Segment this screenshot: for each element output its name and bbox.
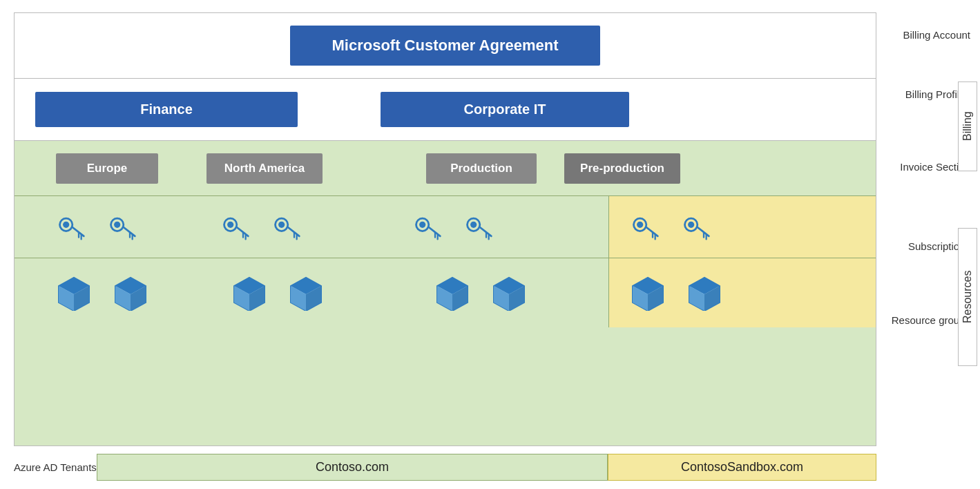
production-section: Production <box>426 153 537 184</box>
pre-production-resources <box>608 258 876 327</box>
sandbox-tenant: ContosoSandbox.com <box>608 454 876 481</box>
svg-point-36 <box>688 221 694 227</box>
mca-box: Microsoft Customer Agreement <box>290 26 599 66</box>
europe-section: Europe <box>56 153 158 184</box>
tenants-row: Azure AD Tenants Contoso.com ContosoSand… <box>14 452 876 482</box>
cube-icon-5 <box>434 275 470 311</box>
svg-point-6 <box>114 221 120 227</box>
key-icon-2 <box>107 212 137 242</box>
svg-point-21 <box>419 221 425 227</box>
invoice-sections-row: Europe North America Production Pre-prod… <box>15 141 876 196</box>
cube-icon-1 <box>56 275 92 311</box>
svg-point-11 <box>227 221 233 227</box>
billing-profiles-row: Finance Corporate IT <box>15 79 876 141</box>
production-subscription-icons <box>412 212 494 242</box>
cube-icon-7 <box>630 275 666 311</box>
pre-production-subscription-icons <box>630 212 711 242</box>
key-icon-4 <box>271 212 302 242</box>
key-icon-1 <box>56 212 86 242</box>
svg-point-26 <box>470 221 477 227</box>
europe-subscription-icons <box>56 212 137 242</box>
cube-icon-2 <box>113 275 148 311</box>
pre-production-resource-icons <box>630 275 722 311</box>
key-icon-3 <box>220 212 251 242</box>
resource-groups-green <box>15 258 608 327</box>
diagram-wrapper: Microsoft Customer Agreement Finance Cor… <box>0 0 980 489</box>
production-resource-icons <box>434 275 527 311</box>
cube-icon-8 <box>686 275 722 311</box>
cube-icon-3 <box>231 275 267 311</box>
europe-resource-icons <box>56 275 148 311</box>
cube-icon-4 <box>288 275 324 311</box>
resource-groups-row <box>15 258 876 327</box>
main-area: Microsoft Customer Agreement Finance Cor… <box>14 12 876 446</box>
cube-icon-6 <box>491 275 527 311</box>
pre-production-section: Pre-production <box>564 153 680 184</box>
key-icon-6 <box>463 212 494 242</box>
finance-profile: Finance <box>35 92 298 127</box>
tenant-label: Azure AD Tenants <box>14 461 97 473</box>
subscriptions-green <box>15 196 608 258</box>
billing-account-row: Microsoft Customer Agreement <box>15 13 876 79</box>
north-america-resource-icons <box>231 275 324 311</box>
corporate-it-profile: Corporate IT <box>381 92 629 127</box>
pre-production-subscriptions <box>608 196 876 258</box>
billing-vertical-label: Billing <box>958 82 977 171</box>
svg-point-31 <box>637 221 643 227</box>
key-icon-8 <box>681 212 711 242</box>
subscriptions-row <box>15 196 876 258</box>
resources-vertical-label: Resources <box>958 228 977 366</box>
key-icon-7 <box>630 212 660 242</box>
contoso-tenant: Contoso.com <box>97 454 608 481</box>
billing-account-label: Billing Account <box>903 29 970 41</box>
resources-area: Europe North America Production Pre-prod… <box>15 141 876 445</box>
north-america-section: North America <box>206 153 323 184</box>
north-america-subscription-icons <box>220 212 302 242</box>
svg-point-1 <box>63 221 69 227</box>
svg-point-16 <box>278 221 285 227</box>
key-icon-5 <box>412 212 443 242</box>
